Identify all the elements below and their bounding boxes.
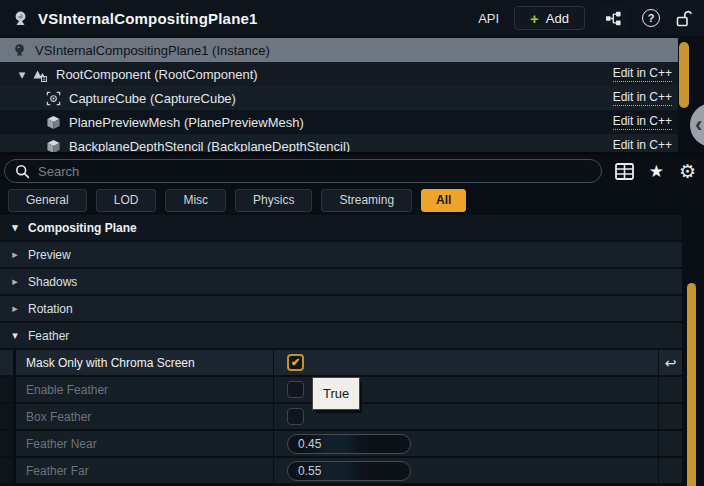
search-box[interactable]	[4, 159, 602, 183]
api-button[interactable]: API	[478, 11, 499, 26]
static-mesh-icon	[46, 139, 61, 153]
tab-all[interactable]: All	[421, 189, 466, 212]
search-row: ★ ⚙	[0, 157, 704, 185]
filter-tabs: General LOD Misc Physics Streaming All	[0, 187, 704, 213]
tab-lod[interactable]: LOD	[96, 189, 157, 212]
unlocked-icon[interactable]	[675, 9, 692, 27]
caret-right-icon: ▸	[9, 275, 21, 288]
property-label: Feather Far	[16, 458, 273, 483]
category-rotation[interactable]: ▸ Rotation	[0, 296, 682, 321]
tree-row-root-component[interactable]: ▾ RootComponent (RootComponent) Edit in …	[0, 62, 678, 86]
category-feather[interactable]: ▾ Feather	[0, 323, 682, 348]
panel-title: VSInternalCompositingPlane1	[38, 10, 258, 27]
tree-row-label: PlanePreviewMesh (PlanePreviewMesh)	[69, 115, 304, 130]
tree-row-plane-preview-mesh[interactable]: PlanePreviewMesh (PlanePreviewMesh) Edit…	[0, 110, 678, 134]
tab-misc[interactable]: Misc	[165, 189, 226, 212]
tree-row-capture-cube[interactable]: CaptureCube (CaptureCube) Edit in C++	[0, 86, 678, 110]
help-icon[interactable]: ?	[642, 9, 660, 27]
search-input[interactable]	[38, 164, 591, 179]
property-label: Mask Only with Chroma Screen	[16, 350, 273, 375]
enable-feather-checkbox[interactable]	[287, 381, 304, 398]
property-row-feather-far: Feather Far	[0, 458, 682, 483]
plus-icon: +	[530, 11, 539, 26]
caret-down-icon: ▾	[9, 329, 21, 342]
capture-cube-icon	[46, 91, 61, 106]
tree-row-backplane-depth-stencil[interactable]: BackplaneDepthStencil (BackplaneDepthSte…	[0, 134, 678, 152]
feather-near-input[interactable]	[287, 434, 411, 454]
edit-in-cpp-link[interactable]: Edit in C++	[613, 114, 672, 130]
category-compositing-plane[interactable]: ▾ Compositing Plane	[0, 215, 682, 240]
reset-to-default-icon[interactable]: ↩	[665, 356, 677, 370]
category-preview[interactable]: ▸ Preview	[0, 242, 682, 267]
property-row-feather-near: Feather Near	[0, 431, 682, 456]
property-label: Feather Near	[16, 431, 273, 456]
check-icon: ✔	[291, 357, 300, 368]
actor-camera-icon	[12, 43, 27, 58]
node-graph-icon	[605, 11, 622, 26]
component-tree: VSInternalCompositingPlane1 (Instance) ▾…	[0, 38, 704, 152]
search-icon	[15, 164, 30, 179]
edit-in-cpp-link[interactable]: Edit in C++	[613, 90, 672, 106]
caret-right-icon: ▸	[9, 248, 21, 261]
blueprint-hierarchy-button[interactable]	[600, 6, 627, 30]
feather-far-input[interactable]	[287, 461, 411, 481]
property-label: Box Feather	[16, 404, 273, 429]
box-feather-checkbox[interactable]	[287, 408, 304, 425]
chevron-left-icon: ‹	[695, 112, 702, 138]
actor-camera-icon	[12, 10, 29, 27]
caret-down-icon: ▾	[9, 221, 21, 234]
mask-only-checkbox[interactable]: ✔	[287, 354, 304, 371]
settings-gear-icon[interactable]: ⚙	[679, 162, 696, 181]
root-component-icon	[32, 67, 48, 82]
edit-in-cpp-link[interactable]: Edit in C++	[613, 138, 672, 152]
tab-physics[interactable]: Physics	[235, 189, 312, 212]
details-property-list: ▾ Compositing Plane ▸ Preview ▸ Shadows …	[0, 215, 704, 483]
tree-row-instance[interactable]: VSInternalCompositingPlane1 (Instance)	[0, 38, 678, 62]
value-tooltip: True	[313, 378, 359, 409]
display-options-icon[interactable]	[615, 163, 634, 180]
details-scrollbar[interactable]	[687, 283, 696, 486]
category-shadows[interactable]: ▸ Shadows	[0, 269, 682, 294]
tree-row-label: BackplaneDepthStencil (BackplaneDepthSte…	[69, 139, 350, 153]
tree-row-label: CaptureCube (CaptureCube)	[69, 91, 236, 106]
divider	[0, 152, 704, 155]
property-row-mask-only-with-chroma-screen: Mask Only with Chroma Screen ✔ ↩	[0, 350, 682, 375]
tree-row-label: VSInternalCompositingPlane1 (Instance)	[35, 43, 270, 58]
favorites-star-icon[interactable]: ★	[649, 163, 664, 180]
expander-caret-down-icon[interactable]: ▾	[16, 67, 28, 82]
caret-right-icon: ▸	[9, 302, 21, 315]
tree-row-label: RootComponent (RootComponent)	[56, 67, 258, 82]
add-button[interactable]: + Add	[514, 6, 585, 30]
property-label: Enable Feather	[16, 377, 273, 402]
panel-expand-handle[interactable]: ‹	[690, 103, 704, 147]
details-panel-header: VSInternalCompositingPlane1 API + Add ?	[0, 0, 704, 36]
tab-streaming[interactable]: Streaming	[321, 189, 412, 212]
tree-scrollbar[interactable]	[679, 42, 689, 108]
tab-general[interactable]: General	[8, 189, 87, 212]
static-mesh-icon	[46, 115, 61, 130]
edit-in-cpp-link[interactable]: Edit in C++	[613, 66, 672, 82]
